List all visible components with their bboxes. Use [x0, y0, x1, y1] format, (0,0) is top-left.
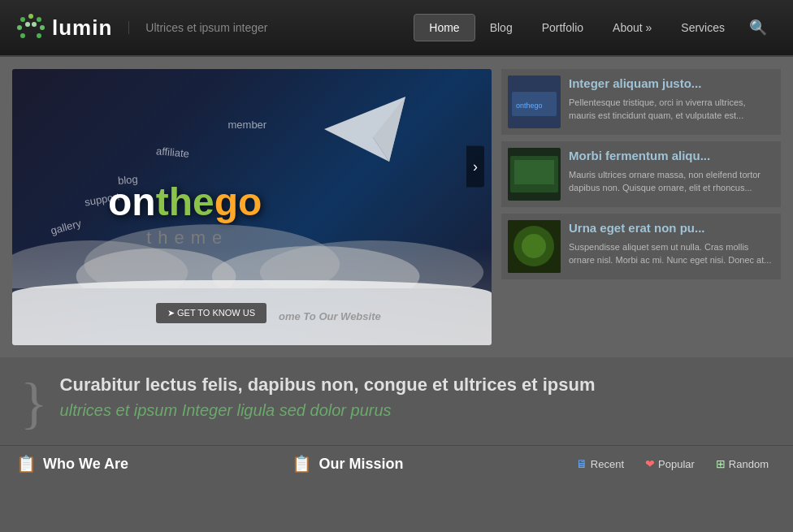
- article-title-2: Morbi fermentum aliqu...: [569, 148, 774, 164]
- article-title-3: Urna eget erat non pu...: [569, 220, 774, 236]
- svg-point-2: [37, 17, 41, 22]
- nav-about[interactable]: About »: [598, 15, 666, 41]
- svg-point-8: [37, 33, 41, 38]
- quote-main: Curabitur lectus felis, dapibus non, con…: [60, 374, 773, 397]
- svg-point-25: [522, 234, 546, 258]
- bottom-who-we-are: 📋 Who We Are: [16, 454, 292, 474]
- article-thumb-3: [508, 220, 561, 273]
- bottom-our-mission: 📋 Our Mission: [292, 454, 567, 474]
- thumb-3-img: [508, 220, 561, 273]
- tab-popular[interactable]: ❤ Popular: [637, 454, 703, 474]
- hero-member-text: member: [228, 119, 267, 131]
- svg-point-0: [20, 17, 25, 22]
- article-info-2: Morbi fermentum aliqu... Mauris ultrices…: [569, 148, 774, 201]
- bottom-tabs: 🖥 Recent ❤ Popular ⊞ Random: [568, 454, 777, 474]
- article-thumb-2: [508, 148, 561, 201]
- recent-icon: 🖥: [576, 457, 587, 470]
- hero-affiliate-text: affiliate: [155, 145, 189, 160]
- thumb-1-img: onthego: [508, 76, 561, 128]
- svg-point-1: [28, 14, 33, 19]
- nav: Home Blog Portfolio About » Services 🔍: [414, 12, 777, 43]
- thumb-2-img: [508, 148, 561, 201]
- hero-cta-section: ➤ GET TO KNOW US ome To Our Website: [12, 280, 492, 345]
- bottom-section: 📋 Who We Are 📋 Our Mission 🖥 Recent ❤ Po…: [0, 445, 793, 482]
- article-excerpt-3: Suspendisse aliquet sem ut nulla. Cras m…: [569, 240, 774, 267]
- nav-home[interactable]: Home: [414, 14, 474, 41]
- svg-point-5: [32, 22, 37, 27]
- tagline: Ultrices et ipsum integer: [128, 21, 414, 34]
- nav-portfolio[interactable]: Portfolio: [527, 15, 598, 41]
- popular-label: Popular: [658, 458, 695, 470]
- article-card-1[interactable]: onthego Integer aliquam justo... Pellent…: [501, 69, 781, 135]
- hero-cta-button[interactable]: ➤ GET TO KNOW US: [156, 303, 266, 323]
- quote-text: Curabitur lectus felis, dapibus non, con…: [60, 374, 773, 420]
- content-area: gallery support blog affiliate member on…: [0, 57, 793, 357]
- article-thumb-1: onthego: [508, 76, 561, 128]
- hero-next-arrow[interactable]: ›: [466, 146, 484, 188]
- article-excerpt-2: Mauris ultrices ornare massa, non eleife…: [569, 168, 774, 195]
- recent-label: Recent: [591, 458, 624, 470]
- random-label: Random: [729, 458, 769, 470]
- svg-point-6: [40, 25, 45, 30]
- article-title-1: Integer aliquam justo...: [569, 76, 774, 92]
- svg-point-3: [17, 25, 22, 30]
- hero-image[interactable]: gallery support blog affiliate member on…: [12, 69, 492, 345]
- header: lumin Ultrices et ipsum integer Home Blo…: [0, 0, 793, 57]
- tab-random[interactable]: ⊞ Random: [708, 454, 777, 474]
- logo-area: lumin: [16, 13, 112, 42]
- search-button[interactable]: 🔍: [739, 12, 777, 43]
- hero-wave-svg: [12, 192, 492, 288]
- svg-rect-22: [514, 160, 554, 184]
- logo-icon: [16, 13, 46, 42]
- nav-services[interactable]: Services: [666, 15, 739, 41]
- svg-text:onthego: onthego: [516, 102, 543, 110]
- random-icon: ⊞: [716, 457, 726, 470]
- who-we-are-label: Who We Are: [43, 456, 128, 473]
- quote-section: } Curabitur lectus felis, dapibus non, c…: [0, 357, 793, 445]
- hero-welcome-text: ome To Our Website: [279, 301, 381, 326]
- who-we-are-icon: 📋: [16, 454, 37, 474]
- article-card-3[interactable]: Urna eget erat non pu... Suspendisse ali…: [501, 214, 781, 279]
- article-info-3: Urna eget erat non pu... Suspendisse ali…: [569, 220, 774, 273]
- nav-blog[interactable]: Blog: [475, 15, 527, 41]
- sidebar-articles: onthego Integer aliquam justo... Pellent…: [501, 69, 781, 345]
- our-mission-icon: 📋: [292, 454, 312, 474]
- quote-sub: ultrices et ipsum Integer ligula sed dol…: [60, 401, 773, 420]
- quote-brace: }: [20, 378, 48, 429]
- svg-point-4: [25, 22, 30, 27]
- article-info-1: Integer aliquam justo... Pellentesque tr…: [569, 76, 774, 128]
- article-excerpt-1: Pellentesque tristique, orci in viverra …: [569, 96, 774, 123]
- our-mission-label: Our Mission: [318, 456, 403, 473]
- hero-plane-icon: [324, 97, 405, 162]
- popular-icon: ❤: [645, 457, 655, 470]
- article-card-2[interactable]: Morbi fermentum aliqu... Mauris ultrices…: [501, 141, 781, 207]
- svg-point-7: [20, 33, 25, 38]
- logo-text: lumin: [52, 15, 112, 41]
- tab-recent[interactable]: 🖥 Recent: [568, 454, 632, 474]
